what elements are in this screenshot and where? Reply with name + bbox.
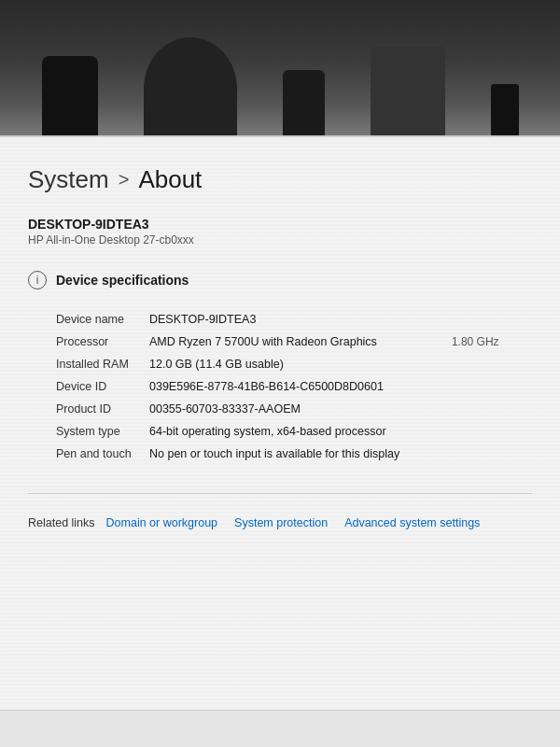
breadcrumb-current: About (138, 165, 202, 194)
table-row: Pen and touch No pen or touch input is a… (28, 443, 532, 465)
spec-label: Device ID (28, 375, 149, 398)
spec-value: 64-bit operating system, x64-based proce… (149, 420, 532, 443)
table-row: Installed RAM 12.0 GB (11.4 GB usable) (28, 353, 532, 375)
spec-value: AMD Ryzen 7 5700U with Radeon Graphics 1… (149, 331, 532, 353)
spec-value: 039E596E-8778-41B6-B614-C6500D8D0601 (149, 375, 532, 398)
domain-workgroup-link[interactable]: Domain or workgroup (106, 516, 218, 529)
table-row: System type 64-bit operating system, x64… (28, 420, 532, 443)
table-row: Processor AMD Ryzen 7 5700U with Radeon … (28, 331, 532, 353)
system-protection-link[interactable]: System protection (234, 516, 328, 529)
table-row: Product ID 00355-60703-83337-AAOEM (28, 398, 532, 420)
spec-label: Device name (28, 308, 149, 331)
breadcrumb-separator: > (119, 169, 130, 190)
spec-label: System type (28, 420, 149, 443)
table-row: Device name DESKTOP-9IDTEA3 (28, 308, 532, 331)
breadcrumb: System > About (28, 165, 532, 194)
device-header: DESKTOP-9IDTEA3 HP All-in-One Desktop 27… (28, 217, 532, 247)
bottom-bar (0, 710, 560, 747)
specs-table: Device name DESKTOP-9IDTEA3 Processor AM… (28, 308, 532, 465)
breadcrumb-parent[interactable]: System (28, 165, 109, 194)
spec-value: 00355-60703-83337-AAOEM (149, 398, 532, 420)
spec-value: 12.0 GB (11.4 GB usable) (149, 353, 532, 375)
related-links-label: Related links (28, 516, 95, 529)
device-specs-title: Device specifications (56, 273, 189, 288)
device-specs-section-header: i Device specifications (28, 267, 532, 293)
spec-label: Installed RAM (28, 353, 149, 375)
spec-label: Processor (28, 331, 149, 353)
spec-value: No pen or touch input is available for t… (149, 443, 532, 465)
section-divider (28, 493, 532, 494)
info-icon: i (28, 271, 47, 289)
spec-label: Product ID (28, 398, 149, 420)
settings-screen: System > About DESKTOP-9IDTEA3 HP All-in… (0, 135, 560, 747)
spec-value: DESKTOP-9IDTEA3 (149, 308, 532, 331)
device-model: HP All-in-One Desktop 27-cb0xxx (28, 233, 532, 247)
advanced-system-settings-link[interactable]: Advanced system settings (344, 516, 480, 529)
device-hostname: DESKTOP-9IDTEA3 (28, 217, 532, 232)
table-row: Device ID 039E596E-8778-41B6-B614-C6500D… (28, 375, 532, 398)
related-links-section: Related links Domain or workgroup System… (28, 509, 532, 529)
spec-label: Pen and touch (28, 443, 149, 465)
